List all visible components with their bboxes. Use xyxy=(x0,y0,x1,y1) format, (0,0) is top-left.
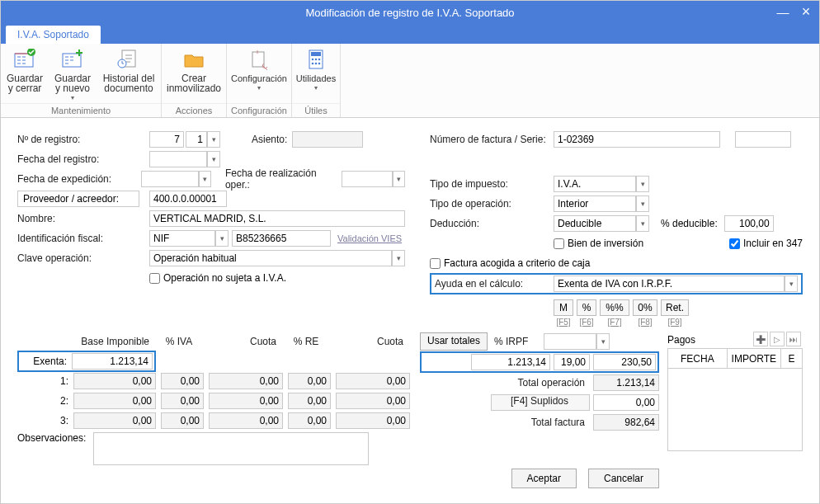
close-icon[interactable]: × xyxy=(794,1,818,22)
pdeducible-input[interactable] xyxy=(724,215,774,232)
row-label: 3: xyxy=(17,415,73,426)
fecha-real-dd[interactable] xyxy=(393,171,405,187)
iva-input[interactable] xyxy=(161,373,204,389)
base-input[interactable] xyxy=(73,393,156,409)
bien-inversion-check[interactable]: Bien de inversión xyxy=(554,238,643,249)
exenta-input[interactable] xyxy=(72,353,153,370)
col-fecha[interactable]: FECHA xyxy=(668,349,728,369)
pagos-label: Pagos xyxy=(667,334,753,346)
fecha-real-input[interactable] xyxy=(342,171,393,187)
observaciones-input[interactable] xyxy=(93,432,369,465)
tipo-op-dd[interactable] xyxy=(636,195,649,212)
re-input[interactable] xyxy=(288,373,331,389)
cuota-input[interactable] xyxy=(209,412,283,429)
tabbar: I.V.A. Soportado xyxy=(1,24,819,44)
proveedor-input[interactable] xyxy=(149,191,227,207)
col-importe[interactable]: IMPORTE xyxy=(727,349,780,369)
cuota2-input[interactable] xyxy=(336,393,410,409)
help-ret-button[interactable]: Ret. xyxy=(661,299,689,316)
irpf-base[interactable] xyxy=(471,354,550,370)
cancelar-button[interactable]: Cancelar xyxy=(588,469,659,488)
help-pct-button[interactable]: % xyxy=(577,299,596,316)
cuota2-input[interactable] xyxy=(336,373,410,389)
proveedor-label[interactable]: Proveedor / acreedor: xyxy=(17,191,139,207)
irpf-type-dd[interactable] xyxy=(596,333,610,350)
nregistro-label: Nº de registro: xyxy=(17,134,149,145)
help-pctpct-button[interactable]: %% xyxy=(600,299,629,316)
svg-rect-5 xyxy=(252,52,264,67)
vies-link[interactable]: Validación VIES xyxy=(337,233,402,243)
irpf-val[interactable] xyxy=(593,354,656,370)
configuracion-button[interactable]: Configuración ▾ xyxy=(227,47,291,103)
col-cuota2: Cuota xyxy=(336,336,410,347)
ded-dd[interactable] xyxy=(636,215,649,232)
fecha-registro-input[interactable] xyxy=(149,151,207,167)
base-input[interactable] xyxy=(73,412,156,429)
guardar-cerrar-button[interactable]: Guardary cerrar xyxy=(1,47,49,103)
nregistro-dropdown[interactable] xyxy=(207,131,220,148)
ribbon-group-label: Útiles xyxy=(292,103,340,117)
iva-input[interactable] xyxy=(161,412,204,429)
exenta-label: Exenta: xyxy=(19,356,72,367)
iva-input[interactable] xyxy=(161,393,204,409)
help-m-button[interactable]: M xyxy=(554,299,573,316)
nombre-input[interactable] xyxy=(149,210,405,227)
utilidades-button[interactable]: Utilidades ▾ xyxy=(292,47,340,103)
svg-rect-7 xyxy=(311,52,321,56)
fecha-exp-dd[interactable] xyxy=(199,171,211,187)
fecha-expedicion-input[interactable] xyxy=(141,171,199,187)
last-page-icon[interactable]: ⏭ xyxy=(786,332,801,346)
ribbon-label: Guardary nuevo xyxy=(54,73,91,93)
next-page-icon[interactable]: ▷ xyxy=(770,332,785,346)
idfiscal-tipo-dd[interactable] xyxy=(215,230,229,247)
add-page-icon[interactable]: ➕ xyxy=(753,332,768,346)
col-cuota: Cuota xyxy=(209,336,283,347)
usar-totales-button[interactable]: Usar totales xyxy=(420,332,488,351)
window-title: Modificación de registro de I.V.A. Sopor… xyxy=(305,7,514,19)
ayuda-input[interactable] xyxy=(554,276,785,292)
base-input[interactable] xyxy=(73,373,156,389)
minimize-icon[interactable]: — xyxy=(771,1,794,22)
no-sujeta-check[interactable]: Operación no sujeta a I.V.A. xyxy=(149,272,286,284)
row-label: 2: xyxy=(17,395,73,407)
svg-point-8 xyxy=(312,59,314,61)
cuota2-input[interactable] xyxy=(336,412,410,429)
idfiscal-tipo[interactable] xyxy=(149,230,215,247)
idfiscal-val[interactable] xyxy=(232,230,331,247)
tipo-imp-dd[interactable] xyxy=(636,176,649,192)
irpf-pct[interactable] xyxy=(554,354,590,370)
save-new-icon xyxy=(60,47,85,72)
help-0pct-button[interactable]: 0% xyxy=(633,299,657,316)
tipo-operacion[interactable] xyxy=(554,195,636,212)
suplidos-button[interactable]: [F4] Suplidos xyxy=(491,394,590,411)
historial-documento-button[interactable]: Historial deldocumento xyxy=(97,47,161,103)
cuota-input[interactable] xyxy=(209,373,283,389)
col-e[interactable]: E xyxy=(780,349,802,369)
deduccion[interactable] xyxy=(554,215,636,232)
clave-dd[interactable] xyxy=(392,250,405,266)
irpf-type[interactable] xyxy=(544,333,596,350)
suplidos[interactable] xyxy=(593,394,659,411)
serie-input[interactable] xyxy=(735,131,791,148)
pagos-empty xyxy=(668,369,803,451)
re-input[interactable] xyxy=(288,412,331,429)
factura-input[interactable] xyxy=(554,131,720,148)
ayuda-dd[interactable] xyxy=(785,276,798,292)
re-input[interactable] xyxy=(288,393,331,409)
incluir347-check[interactable]: Incluir en 347 xyxy=(729,238,803,249)
row-label: 1: xyxy=(17,375,73,387)
asiento-input xyxy=(292,131,363,148)
clave-input[interactable] xyxy=(149,250,392,266)
ribbon-group-utiles: Utilidades ▾ Útiles xyxy=(292,44,341,117)
fecha-registro-dd[interactable] xyxy=(207,151,220,167)
criterio-caja-check[interactable]: Factura acogida a criterio de caja xyxy=(430,257,590,269)
nregistro2-input[interactable] xyxy=(186,131,207,148)
tipo-impuesto[interactable] xyxy=(554,176,636,192)
nregistro-input[interactable] xyxy=(149,131,184,148)
cuota-input[interactable] xyxy=(209,393,283,409)
col-iva: % IVA xyxy=(161,336,204,347)
aceptar-button[interactable]: Aceptar xyxy=(511,469,577,488)
tab-iva-soportado[interactable]: I.V.A. Soportado xyxy=(6,26,101,44)
guardar-nuevo-button[interactable]: Guardary nuevo ▾ xyxy=(49,47,97,103)
crear-inmovilizado-button[interactable]: Crearinmovilizado xyxy=(162,47,226,103)
